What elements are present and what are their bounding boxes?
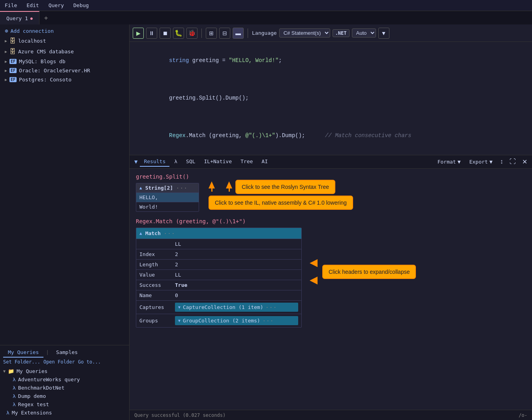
capture-dots[interactable]: ···	[266, 304, 277, 310]
stop-button[interactable]: ⏹	[160, 28, 171, 39]
tab-tree[interactable]: Tree	[237, 157, 257, 167]
arrow-left-icon2	[310, 277, 318, 284]
tooltip-headers-text: Click headers to expand/collapse	[329, 269, 410, 275]
code-comment: // Match consecutive chars	[325, 132, 411, 139]
collapse-btn[interactable]: ▼	[133, 158, 139, 166]
status-message: Query successful (0.027 seconds)	[134, 412, 226, 418]
format-button[interactable]: Format ▼	[434, 158, 463, 166]
connections-panel: ⊕ Add connection ▶ 🗄 localhost ▶ 🗄 Azure…	[0, 24, 129, 345]
language-select[interactable]: C# Statement(s)	[279, 28, 330, 38]
goto-link[interactable]: Go to...	[78, 359, 101, 365]
folder-chevron-icon: ▼	[3, 369, 6, 373]
menu-edit[interactable]: Edit	[25, 2, 40, 9]
folder-icon: 📁	[8, 368, 14, 374]
code-line-3: Regex.Match (greeting, @"(.)\1+").Dump()…	[136, 122, 526, 150]
match-key-index: Index	[136, 249, 172, 259]
tab-samples[interactable]: Samples	[51, 348, 83, 358]
match-val-success: True	[172, 280, 301, 290]
add-connection-item[interactable]: ⊕ Add connection	[0, 26, 129, 36]
results-content: greeting.Split() ▲ String[2] ··· HELLO, …	[130, 169, 532, 410]
match-key-success: Success	[136, 280, 172, 290]
sidebar-tree: ▼ 📁 My Queries λ AdventureWorks query λ …	[0, 366, 129, 420]
auto-select[interactable]: Auto	[352, 28, 376, 38]
sidebar-mysql[interactable]: ▶ EF MySQL: Blogs db	[0, 57, 129, 66]
open-folder-link[interactable]: Open Folder	[43, 359, 75, 365]
more-options-icon[interactable]: ···	[176, 185, 188, 191]
tree-extensions-label: My Extensions	[12, 410, 52, 416]
group-collection-btn[interactable]: ▼ GroupCollection (2 items) ···	[175, 316, 298, 325]
code-line-blank2	[136, 113, 526, 122]
code-editor[interactable]: string greeting = "HELLO, World!"; greet…	[130, 42, 532, 155]
results-toolbar: ▼ Results λ SQL IL+Native Tree AI Format…	[130, 155, 532, 169]
table-row-world[interactable]: World!	[136, 202, 199, 211]
menu-query[interactable]: Query	[47, 2, 66, 9]
grid1-button[interactable]: ⊞	[206, 28, 217, 39]
arrow2-container	[226, 181, 232, 192]
grid2-button[interactable]: ⊟	[219, 28, 230, 39]
tree-dump[interactable]: λ Dump demo	[0, 392, 129, 400]
close-results-btn[interactable]: ✕	[521, 157, 529, 166]
query-panel: ▶ ⏸ ⏹ 🐛 🐞 ⊞ ⊟ ▬ Language C# Statement(s)…	[130, 24, 532, 420]
match-row-ll-val: LL	[136, 239, 301, 249]
match-val-index: 2	[172, 249, 301, 259]
main-content: ⊕ Add connection ▶ 🗄 localhost ▶ 🗄 Azure…	[0, 24, 532, 420]
tab-add[interactable]: +	[39, 11, 53, 24]
fullscreen-btn[interactable]: ⛶	[508, 157, 517, 166]
export-label: Export	[469, 159, 488, 165]
tree-regex[interactable]: λ Regex test	[0, 400, 129, 409]
run-button[interactable]: ▶	[133, 28, 144, 39]
expand-btn[interactable]: ↕	[498, 157, 505, 166]
arrow-up-icon2	[226, 181, 232, 188]
sidebar-postgres[interactable]: ▶ EF Postgres: Consoto	[0, 75, 129, 84]
tab-ai[interactable]: AI	[258, 157, 272, 167]
debug1-button[interactable]: 🐛	[173, 28, 184, 39]
arrow1-container	[209, 181, 215, 192]
chevron-icon: ▶	[5, 39, 7, 43]
menu-file[interactable]: File	[3, 2, 19, 9]
dropdown-button[interactable]: ▼	[378, 28, 389, 39]
chevron-icon: ▶	[5, 68, 7, 73]
sidebar-queries-panel: My Queries | Samples Set Folder... Open …	[0, 345, 129, 420]
lambda-icon: λ	[13, 385, 16, 391]
sidebar-oracle[interactable]: ▶ EF Oracle: OracleServer.HR	[0, 66, 129, 75]
match-table-header[interactable]: ▲ Match ···	[136, 228, 301, 239]
tab-query1[interactable]: Query 1 ●	[0, 11, 39, 24]
tab-results[interactable]: Results	[140, 157, 169, 167]
capture-collection-btn[interactable]: ▼ CaptureCollection (1 item) ···	[175, 303, 298, 312]
tab-il-native[interactable]: IL+Native	[200, 157, 236, 167]
lambda-icon: λ	[13, 377, 16, 382]
set-folder-link[interactable]: Set Folder...	[3, 359, 40, 365]
tooltip-headers-container: Click headers to expand/collapse	[310, 259, 416, 284]
panel-button[interactable]: ▬	[233, 28, 244, 39]
code-line-1: string greeting = "HELLO, World!";	[136, 47, 526, 75]
pause-button[interactable]: ⏸	[146, 28, 157, 39]
tab-lambda[interactable]: λ	[170, 157, 181, 167]
export-button[interactable]: Export ▼	[466, 158, 495, 166]
net-badge: .NET	[333, 29, 350, 37]
tab-my-queries[interactable]: My Queries	[3, 348, 43, 358]
sidebar-azure[interactable]: ▶ 🗄 Azure CMS database	[0, 46, 129, 57]
match-table: ▲ Match ··· LL	[136, 228, 302, 328]
tab-sql[interactable]: SQL	[182, 157, 199, 167]
groups-label: GroupCollection (2 items)	[183, 318, 260, 324]
menu-debug[interactable]: Debug	[72, 2, 90, 9]
match-val-captures: ▼ CaptureCollection (1 item) ···	[172, 301, 301, 314]
tab-separator: |	[45, 348, 50, 358]
match-header-label: Match	[145, 230, 161, 236]
tree-benchmark[interactable]: λ BenchmarkDotNet	[0, 384, 129, 392]
sidebar-localhost[interactable]: ▶ 🗄 localhost	[0, 36, 129, 46]
match-more-options[interactable]: ···	[164, 230, 175, 236]
app-container: File Edit Query Debug Query 1 ● + ⊕ Add …	[0, 0, 532, 420]
chevron-icon: ▶	[5, 49, 7, 54]
tree-my-queries-folder[interactable]: ▼ 📁 My Queries	[0, 367, 129, 375]
match-val-value: LL	[172, 270, 301, 280]
lambda-icon: λ	[6, 410, 9, 416]
result-table-1: ▲ String[2] ··· HELLO, World!	[136, 183, 199, 212]
groups-dots[interactable]: ···	[263, 318, 274, 324]
match-row-success: Success True	[136, 280, 301, 290]
table-row-hello[interactable]: HELLO,	[136, 192, 199, 202]
tree-extensions[interactable]: λ My Extensions	[0, 409, 129, 417]
tree-adventureworks[interactable]: λ AdventureWorks query	[0, 375, 129, 384]
debug2-button[interactable]: 🐞	[186, 28, 197, 39]
sort-icon: ▲	[139, 185, 142, 190]
